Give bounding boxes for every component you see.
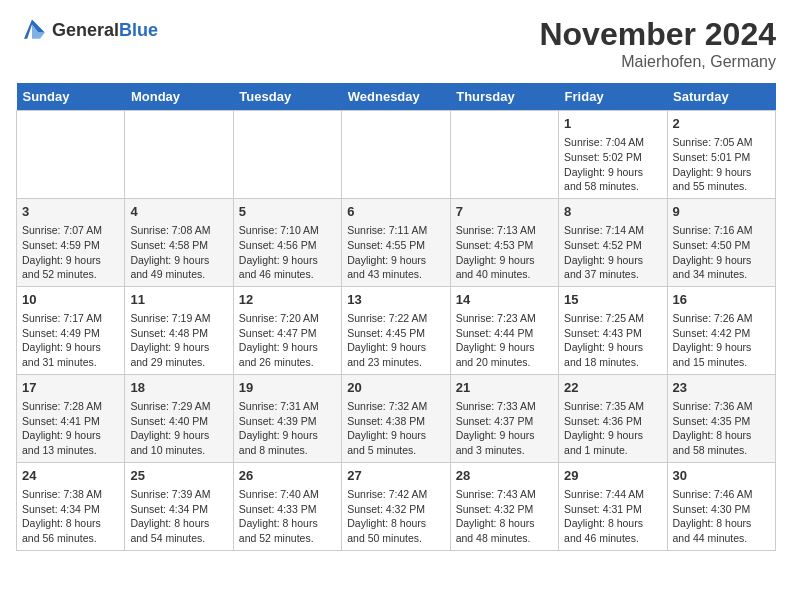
day-number: 3 bbox=[22, 203, 119, 221]
calendar-cell: 2Sunrise: 7:05 AM Sunset: 5:01 PM Daylig… bbox=[667, 111, 775, 199]
day-number: 2 bbox=[673, 115, 770, 133]
header-saturday: Saturday bbox=[667, 83, 775, 111]
header-thursday: Thursday bbox=[450, 83, 558, 111]
calendar-cell: 3Sunrise: 7:07 AM Sunset: 4:59 PM Daylig… bbox=[17, 198, 125, 286]
day-info: Sunrise: 7:08 AM Sunset: 4:58 PM Dayligh… bbox=[130, 223, 227, 282]
calendar-table: SundayMondayTuesdayWednesdayThursdayFrid… bbox=[16, 83, 776, 551]
day-number: 26 bbox=[239, 467, 336, 485]
day-info: Sunrise: 7:38 AM Sunset: 4:34 PM Dayligh… bbox=[22, 487, 119, 546]
day-info: Sunrise: 7:43 AM Sunset: 4:32 PM Dayligh… bbox=[456, 487, 553, 546]
day-info: Sunrise: 7:23 AM Sunset: 4:44 PM Dayligh… bbox=[456, 311, 553, 370]
day-info: Sunrise: 7:05 AM Sunset: 5:01 PM Dayligh… bbox=[673, 135, 770, 194]
day-info: Sunrise: 7:35 AM Sunset: 4:36 PM Dayligh… bbox=[564, 399, 661, 458]
day-info: Sunrise: 7:19 AM Sunset: 4:48 PM Dayligh… bbox=[130, 311, 227, 370]
calendar-cell: 13Sunrise: 7:22 AM Sunset: 4:45 PM Dayli… bbox=[342, 286, 450, 374]
day-info: Sunrise: 7:16 AM Sunset: 4:50 PM Dayligh… bbox=[673, 223, 770, 282]
calendar-cell: 8Sunrise: 7:14 AM Sunset: 4:52 PM Daylig… bbox=[559, 198, 667, 286]
calendar-cell: 16Sunrise: 7:26 AM Sunset: 4:42 PM Dayli… bbox=[667, 286, 775, 374]
week-row-0: 1Sunrise: 7:04 AM Sunset: 5:02 PM Daylig… bbox=[17, 111, 776, 199]
calendar-cell: 5Sunrise: 7:10 AM Sunset: 4:56 PM Daylig… bbox=[233, 198, 341, 286]
header-friday: Friday bbox=[559, 83, 667, 111]
calendar-cell: 27Sunrise: 7:42 AM Sunset: 4:32 PM Dayli… bbox=[342, 462, 450, 550]
day-info: Sunrise: 7:29 AM Sunset: 4:40 PM Dayligh… bbox=[130, 399, 227, 458]
day-info: Sunrise: 7:10 AM Sunset: 4:56 PM Dayligh… bbox=[239, 223, 336, 282]
calendar-cell: 11Sunrise: 7:19 AM Sunset: 4:48 PM Dayli… bbox=[125, 286, 233, 374]
title-section: November 2024 Maierhofen, Germany bbox=[539, 16, 776, 71]
header-wednesday: Wednesday bbox=[342, 83, 450, 111]
day-number: 22 bbox=[564, 379, 661, 397]
calendar-cell: 24Sunrise: 7:38 AM Sunset: 4:34 PM Dayli… bbox=[17, 462, 125, 550]
calendar-cell: 15Sunrise: 7:25 AM Sunset: 4:43 PM Dayli… bbox=[559, 286, 667, 374]
day-info: Sunrise: 7:31 AM Sunset: 4:39 PM Dayligh… bbox=[239, 399, 336, 458]
calendar-cell: 26Sunrise: 7:40 AM Sunset: 4:33 PM Dayli… bbox=[233, 462, 341, 550]
calendar-cell bbox=[342, 111, 450, 199]
day-number: 8 bbox=[564, 203, 661, 221]
week-row-3: 17Sunrise: 7:28 AM Sunset: 4:41 PM Dayli… bbox=[17, 374, 776, 462]
week-row-4: 24Sunrise: 7:38 AM Sunset: 4:34 PM Dayli… bbox=[17, 462, 776, 550]
day-number: 15 bbox=[564, 291, 661, 309]
calendar-cell bbox=[125, 111, 233, 199]
calendar-cell: 12Sunrise: 7:20 AM Sunset: 4:47 PM Dayli… bbox=[233, 286, 341, 374]
calendar-cell: 21Sunrise: 7:33 AM Sunset: 4:37 PM Dayli… bbox=[450, 374, 558, 462]
calendar-cell: 7Sunrise: 7:13 AM Sunset: 4:53 PM Daylig… bbox=[450, 198, 558, 286]
logo-general: GeneralBlue bbox=[52, 20, 158, 41]
calendar-cell: 19Sunrise: 7:31 AM Sunset: 4:39 PM Dayli… bbox=[233, 374, 341, 462]
day-number: 10 bbox=[22, 291, 119, 309]
day-number: 23 bbox=[673, 379, 770, 397]
day-info: Sunrise: 7:39 AM Sunset: 4:34 PM Dayligh… bbox=[130, 487, 227, 546]
calendar-cell: 23Sunrise: 7:36 AM Sunset: 4:35 PM Dayli… bbox=[667, 374, 775, 462]
header-monday: Monday bbox=[125, 83, 233, 111]
day-number: 9 bbox=[673, 203, 770, 221]
header: GeneralBlue November 2024 Maierhofen, Ge… bbox=[16, 16, 776, 71]
calendar-cell: 18Sunrise: 7:29 AM Sunset: 4:40 PM Dayli… bbox=[125, 374, 233, 462]
day-info: Sunrise: 7:25 AM Sunset: 4:43 PM Dayligh… bbox=[564, 311, 661, 370]
day-number: 7 bbox=[456, 203, 553, 221]
day-info: Sunrise: 7:28 AM Sunset: 4:41 PM Dayligh… bbox=[22, 399, 119, 458]
header-sunday: Sunday bbox=[17, 83, 125, 111]
day-number: 14 bbox=[456, 291, 553, 309]
subtitle: Maierhofen, Germany bbox=[539, 53, 776, 71]
day-info: Sunrise: 7:11 AM Sunset: 4:55 PM Dayligh… bbox=[347, 223, 444, 282]
day-number: 4 bbox=[130, 203, 227, 221]
day-number: 27 bbox=[347, 467, 444, 485]
day-number: 16 bbox=[673, 291, 770, 309]
day-info: Sunrise: 7:46 AM Sunset: 4:30 PM Dayligh… bbox=[673, 487, 770, 546]
calendar-cell: 17Sunrise: 7:28 AM Sunset: 4:41 PM Dayli… bbox=[17, 374, 125, 462]
calendar-cell: 10Sunrise: 7:17 AM Sunset: 4:49 PM Dayli… bbox=[17, 286, 125, 374]
day-number: 19 bbox=[239, 379, 336, 397]
day-info: Sunrise: 7:04 AM Sunset: 5:02 PM Dayligh… bbox=[564, 135, 661, 194]
main-title: November 2024 bbox=[539, 16, 776, 53]
day-number: 30 bbox=[673, 467, 770, 485]
day-number: 11 bbox=[130, 291, 227, 309]
calendar-cell: 4Sunrise: 7:08 AM Sunset: 4:58 PM Daylig… bbox=[125, 198, 233, 286]
logo: GeneralBlue bbox=[16, 16, 158, 44]
day-number: 24 bbox=[22, 467, 119, 485]
logo-icon bbox=[16, 16, 48, 44]
header-tuesday: Tuesday bbox=[233, 83, 341, 111]
day-info: Sunrise: 7:07 AM Sunset: 4:59 PM Dayligh… bbox=[22, 223, 119, 282]
day-number: 17 bbox=[22, 379, 119, 397]
day-info: Sunrise: 7:44 AM Sunset: 4:31 PM Dayligh… bbox=[564, 487, 661, 546]
day-number: 29 bbox=[564, 467, 661, 485]
calendar-cell: 14Sunrise: 7:23 AM Sunset: 4:44 PM Dayli… bbox=[450, 286, 558, 374]
day-info: Sunrise: 7:40 AM Sunset: 4:33 PM Dayligh… bbox=[239, 487, 336, 546]
day-info: Sunrise: 7:17 AM Sunset: 4:49 PM Dayligh… bbox=[22, 311, 119, 370]
calendar-cell: 29Sunrise: 7:44 AM Sunset: 4:31 PM Dayli… bbox=[559, 462, 667, 550]
day-info: Sunrise: 7:42 AM Sunset: 4:32 PM Dayligh… bbox=[347, 487, 444, 546]
day-number: 13 bbox=[347, 291, 444, 309]
day-info: Sunrise: 7:26 AM Sunset: 4:42 PM Dayligh… bbox=[673, 311, 770, 370]
calendar-cell bbox=[233, 111, 341, 199]
calendar-cell: 6Sunrise: 7:11 AM Sunset: 4:55 PM Daylig… bbox=[342, 198, 450, 286]
day-number: 18 bbox=[130, 379, 227, 397]
day-number: 28 bbox=[456, 467, 553, 485]
day-number: 20 bbox=[347, 379, 444, 397]
day-number: 6 bbox=[347, 203, 444, 221]
day-number: 21 bbox=[456, 379, 553, 397]
calendar-cell: 30Sunrise: 7:46 AM Sunset: 4:30 PM Dayli… bbox=[667, 462, 775, 550]
day-number: 12 bbox=[239, 291, 336, 309]
day-info: Sunrise: 7:22 AM Sunset: 4:45 PM Dayligh… bbox=[347, 311, 444, 370]
day-info: Sunrise: 7:36 AM Sunset: 4:35 PM Dayligh… bbox=[673, 399, 770, 458]
calendar-cell: 25Sunrise: 7:39 AM Sunset: 4:34 PM Dayli… bbox=[125, 462, 233, 550]
calendar-cell: 22Sunrise: 7:35 AM Sunset: 4:36 PM Dayli… bbox=[559, 374, 667, 462]
calendar-header-row: SundayMondayTuesdayWednesdayThursdayFrid… bbox=[17, 83, 776, 111]
